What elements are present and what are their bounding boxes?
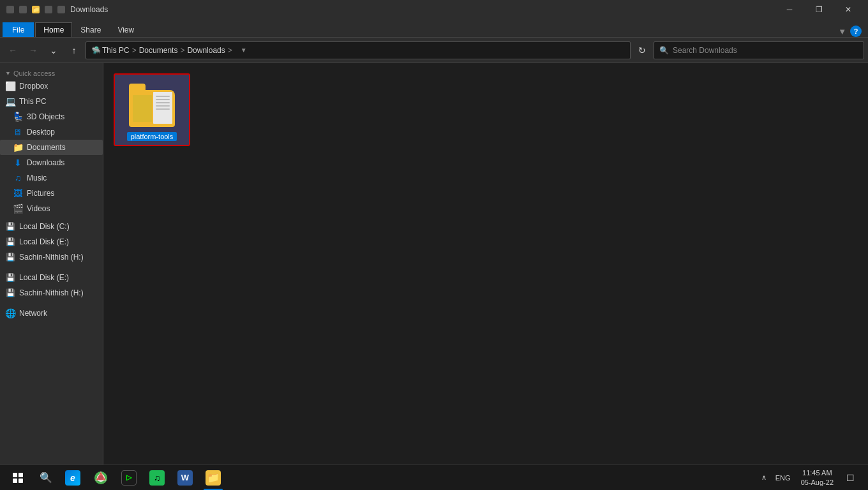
tab-share[interactable]: Share [72, 22, 109, 37]
tab-file[interactable]: File [3, 22, 34, 37]
clock-display[interactable]: 11:45 AM 05-Aug-22 [796, 465, 839, 491]
help-button[interactable]: ? [850, 26, 862, 37]
systray-chevron[interactable]: ∧ [758, 465, 770, 491]
taskbar-app-terminal[interactable]: ▷ [115, 465, 143, 491]
app-icon-small3: 📁 [31, 4, 41, 15]
3d-objects-icon: 💺 [13, 112, 23, 122]
app-icon-small1 [5, 4, 15, 15]
sidebar-label-downloads: Downloads [27, 158, 64, 167]
taskbar-app-word[interactable]: W [171, 465, 199, 491]
breadcrumb-documents[interactable]: Documents [139, 46, 178, 55]
music-icon: ♫ [13, 173, 23, 183]
taskbar-search-icon: 🔍 [40, 471, 52, 484]
notification-icon: ☐ [846, 473, 855, 483]
local-disk-e-icon: 💾 [5, 237, 15, 247]
taskbar-app-spotify[interactable]: ♫ [143, 465, 171, 491]
windows-logo-icon [13, 473, 23, 483]
breadcrumb-bar[interactable]: 🛸 This PC > Documents > Downloads > ▼ [86, 41, 631, 59]
clock-time: 11:45 AM [802, 468, 832, 477]
quick-access-label: Quick access [13, 70, 55, 77]
sidebar-item-documents[interactable]: 📁 Documents [0, 140, 103, 155]
network-icon: 🌐 [5, 308, 15, 318]
terminal-app-icon: ▷ [121, 470, 137, 486]
systray-expand-icon: ∧ [761, 473, 767, 482]
sidebar-item-videos[interactable]: 🎬 Videos [0, 201, 103, 216]
taskbar-search-button[interactable]: 🔍 [33, 465, 59, 491]
sachin-h-icon: 💾 [5, 252, 15, 262]
pictures-icon: 🖼 [13, 188, 23, 198]
explorer-app-icon: 📁 [206, 470, 221, 486]
breadcrumb-sep1: > [132, 46, 137, 55]
sidebar-item-3d-objects[interactable]: 💺 3D Objects [0, 109, 103, 124]
minimize-button[interactable]: ─ [775, 0, 804, 19]
sidebar-label-sachin-h: Sachin-Nithish (H:) [19, 253, 84, 262]
refresh-button[interactable]: ↻ [633, 41, 651, 59]
sidebar-label-dropbox: Dropbox [19, 82, 48, 91]
breadcrumb-this-pc[interactable]: This PC [102, 46, 130, 55]
sidebar-item-dropbox[interactable]: ⬜ Dropbox [0, 78, 103, 94]
tab-home[interactable]: Home [35, 22, 72, 37]
search-placeholder: Search Downloads [673, 46, 737, 55]
folder-icon-platform-tools [126, 78, 177, 130]
this-pc-icon: 💻 [5, 96, 15, 107]
breadcrumb-dropdown-arrow[interactable]: ▼ [237, 44, 250, 57]
sidebar-item-pictures[interactable]: 🖼 Pictures [0, 186, 103, 201]
search-bar[interactable]: 🔍 Search Downloads [654, 41, 864, 59]
sidebar-item-sachin-h[interactable]: 💾 Sachin-Nithish (H:) [0, 249, 103, 265]
sidebar-item-desktop[interactable]: 🖥 Desktop [0, 124, 103, 140]
sidebar-label-network: Network [19, 309, 47, 318]
up-button[interactable]: ↑ [65, 41, 83, 59]
search-icon: 🔍 [659, 46, 669, 55]
title-bar-app-icons: 📁 [5, 4, 66, 15]
taskbar-right: ∧ ENG 11:45 AM 05-Aug-22 ☐ [758, 465, 865, 491]
local-disk-c-icon: 💾 [5, 221, 15, 232]
breadcrumb-downloads[interactable]: Downloads [187, 46, 225, 55]
desktop-icon: 🖥 [13, 127, 23, 137]
sidebar-label-music: Music [27, 174, 47, 182]
taskbar-app-chrome[interactable] [87, 465, 115, 491]
quick-access-header: ▼ Quick access [0, 66, 103, 78]
close-button[interactable]: ✕ [834, 0, 863, 19]
file-item-platform-tools[interactable]: platform-tools [114, 73, 190, 146]
start-button[interactable] [3, 465, 33, 491]
sidebar-item-music[interactable]: ♫ Music [0, 170, 103, 186]
sidebar-label-3d-objects: 3D Objects [27, 112, 64, 121]
address-bar: ← → ⌄ ↑ 🛸 This PC > Documents > Download… [0, 38, 868, 63]
app-icon-small4 [43, 4, 54, 15]
sidebar-item-network[interactable]: 🌐 Network [0, 306, 103, 321]
sidebar-label-local-e: Local Disk (E:) [19, 237, 69, 246]
tab-view[interactable]: View [109, 22, 142, 37]
sidebar-label-local-c: Local Disk (C:) [19, 222, 70, 231]
sidebar-item-sachin-h2[interactable]: 💾 Sachin-Nithish (H:) [0, 285, 103, 301]
app-icon-small5 [56, 4, 66, 15]
spotify-app-icon: ♫ [149, 470, 165, 486]
expand-ribbon-icon[interactable]: ▼ [838, 27, 846, 36]
systray-lang[interactable]: ENG [772, 465, 795, 491]
sidebar-label-documents: Documents [27, 143, 66, 152]
main-layout: ▼ Quick access ⬜ Dropbox 💻 This PC 💺 3D … [0, 63, 868, 471]
taskbar-app-explorer[interactable]: 📁 [199, 465, 227, 491]
notification-button[interactable]: ☐ [840, 465, 860, 491]
recent-locations-button[interactable]: ⌄ [45, 41, 63, 59]
file-name-platform-tools: platform-tools [127, 132, 177, 141]
forward-button[interactable]: → [24, 41, 42, 59]
sidebar-item-local-c[interactable]: 💾 Local Disk (C:) [0, 219, 103, 234]
sidebar-item-this-pc[interactable]: 💻 This PC [0, 94, 103, 109]
sidebar-item-local-e[interactable]: 💾 Local Disk (E:) [0, 234, 103, 249]
sidebar-item-local-e2[interactable]: 💾 Local Disk (E:) [0, 270, 103, 285]
breadcrumb-sep2: > [180, 46, 184, 55]
documents-icon: 📁 [13, 142, 23, 152]
back-button[interactable]: ← [4, 41, 22, 59]
clock-date: 05-Aug-22 [801, 478, 834, 487]
word-app-icon: W [177, 470, 193, 486]
content-area: platform-tools [103, 63, 868, 471]
title-bar: 📁 Downloads ─ ❐ ✕ [0, 0, 868, 19]
breadcrumb-sep3: > [228, 46, 232, 55]
sidebar-item-downloads[interactable]: ⬇ Downloads [0, 155, 103, 170]
ribbon-tabs: File Home Share View ▼ ? [0, 19, 868, 37]
sidebar: ▼ Quick access ⬜ Dropbox 💻 This PC 💺 3D … [0, 63, 103, 471]
taskbar-app-edge[interactable]: e [59, 465, 87, 491]
restore-button[interactable]: ❐ [804, 0, 834, 19]
sidebar-label-pictures: Pictures [27, 189, 54, 198]
chrome-app-icon [93, 470, 108, 486]
